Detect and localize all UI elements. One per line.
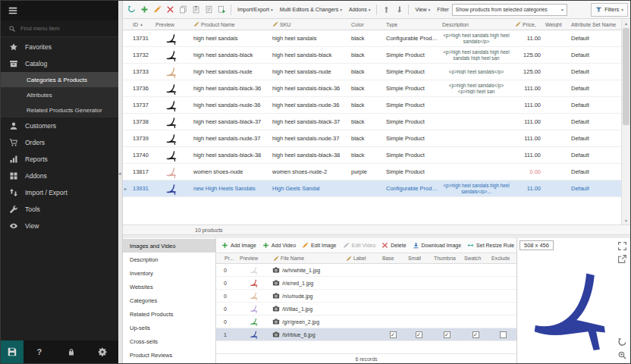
tab-up-sells[interactable]: Up-sells (123, 321, 215, 334)
addons-menu[interactable]: Addons▾ (346, 3, 374, 17)
tab-inventory[interactable]: Inventory (123, 266, 215, 280)
sheet-button[interactable] (202, 3, 215, 17)
lock-button[interactable] (55, 347, 87, 356)
col-thumbnail[interactable]: Thumbna (432, 256, 462, 261)
tab-websites[interactable]: Websites (123, 280, 215, 293)
checkbox-base[interactable] (390, 331, 397, 338)
scroll-down-icon[interactable]: ▼ (622, 216, 630, 224)
image-row[interactable]: 1 /b/l/blue_6.jpg (216, 328, 516, 341)
col-label[interactable]: Label (344, 256, 380, 262)
add-image-button[interactable]: Add Image (219, 242, 259, 249)
product-row[interactable]: 13731 high heel sandals high heel sandal… (123, 30, 630, 47)
sidebar-item-categories-products[interactable]: Categories & Products (1, 72, 118, 87)
product-row[interactable]: ▸ 13931 new High Heels Sandals High Geel… (123, 180, 630, 197)
product-row[interactable]: 13737 high heel sandals-nude-36 high hee… (123, 97, 630, 114)
multi-editors-menu[interactable]: Multi Editors & Changers▾ (277, 3, 345, 17)
sort-descending-button[interactable] (393, 3, 405, 17)
col-base[interactable]: Base (380, 256, 406, 261)
checkbox-thumb[interactable] (444, 331, 450, 338)
image-row[interactable]: 0 /w/h/white_1.jpg (216, 264, 516, 277)
checkbox-small[interactable] (416, 331, 422, 338)
col-swatch[interactable]: Swatch (462, 256, 489, 261)
sidebar-item-related-products-generator[interactable]: Related Products Generator (1, 102, 118, 118)
refresh-button[interactable] (125, 3, 137, 17)
col-product-name[interactable]: Product Name (191, 21, 270, 27)
col-sku[interactable]: SKU (270, 21, 349, 27)
col-position[interactable]: Pr... (222, 256, 237, 261)
col-small[interactable]: Small (406, 256, 432, 261)
image-row[interactable]: 0 /r/e/red_1.jpg (216, 277, 516, 290)
tab-images-and-video[interactable]: Images and Video (123, 239, 215, 253)
checkbox-exclude[interactable] (500, 331, 507, 338)
col-color[interactable]: Color (349, 22, 384, 27)
sidebar-item-favorites[interactable]: Favorites (1, 39, 118, 55)
col-weight[interactable]: Weight (543, 22, 569, 27)
tab-product-reviews[interactable]: Product Reviews (123, 348, 215, 362)
sidebar-item-customers[interactable]: Customers (1, 118, 118, 134)
tab-description[interactable]: Description (123, 253, 215, 266)
col-exclude[interactable]: Exclude (489, 256, 516, 261)
sidebar-item-view[interactable]: View (1, 218, 118, 234)
delete-button[interactable]: Delete (379, 242, 408, 249)
product-row[interactable]: 13739 high heel sandals-nude-37 high hee… (123, 130, 630, 147)
tab-cross-sells[interactable]: Cross-sells (123, 334, 215, 348)
scrollbar-thumb[interactable] (623, 28, 629, 125)
shoe-image (164, 49, 181, 61)
col-preview[interactable]: Preview (237, 256, 271, 261)
sidebar-item-addons[interactable]: Addons (1, 168, 118, 184)
sidebar-item-tools[interactable]: Tools (1, 201, 118, 218)
view-menu[interactable]: View▾ (412, 3, 433, 17)
product-row[interactable]: 13740 high heel sandals-black-38 high he… (123, 147, 630, 164)
product-row[interactable]: 13736 high heel sandals-black-36 high he… (123, 80, 630, 97)
rotate-icon[interactable] (617, 337, 627, 347)
zoom-icon[interactable] (617, 350, 627, 360)
menu-icon[interactable] (8, 5, 18, 16)
row-expander[interactable]: ▸ (123, 186, 130, 191)
add-video-button[interactable]: Add Video (260, 242, 298, 249)
save-button[interactable] (1, 340, 24, 363)
paste-button[interactable] (190, 3, 202, 17)
help-button[interactable]: ? (24, 347, 55, 356)
vertical-scrollbar[interactable]: ▲ ▼ (621, 19, 630, 224)
tab-categories[interactable]: Categories (123, 293, 215, 307)
sidebar-item-import-export[interactable]: Import / Export (1, 184, 118, 201)
copy-button[interactable] (177, 3, 189, 17)
open-external-icon[interactable] (617, 254, 627, 264)
sidebar-item-orders[interactable]: Orders (1, 134, 118, 151)
import-export-menu[interactable]: Import/Export▾ (234, 3, 276, 17)
col-preview[interactable]: Preview (153, 22, 191, 27)
edit-image-button[interactable]: Edit Image (300, 242, 338, 249)
set-resize-rule-button[interactable]: Set Resize Rule ▾ (465, 242, 521, 249)
filters-button[interactable]: Filters ▾ (591, 3, 628, 17)
sidebar-item-attributes[interactable]: Attributes (1, 87, 118, 102)
image-row[interactable]: 0 /l/i/lilac_1.jpg (216, 303, 516, 315)
sidebar-item-reports[interactable]: Reports (1, 151, 118, 168)
sidebar-search[interactable]: Find menu item (1, 20, 118, 37)
col-id[interactable]: ID▲ (130, 22, 153, 27)
col-attribute-set[interactable]: Attribute Set Name (569, 22, 621, 27)
settings-button[interactable] (86, 347, 118, 356)
checkbox-swatch[interactable] (472, 331, 479, 338)
sort-ascending-button[interactable] (380, 3, 392, 17)
download-image-button[interactable]: Download Image (410, 242, 464, 249)
product-row[interactable]: 13733 high heel sandals-nude high heel s… (123, 64, 630, 80)
edit-video-button[interactable]: Edit Video (341, 242, 378, 249)
delete-button[interactable] (164, 3, 176, 17)
image-row[interactable]: 0 /g/r/green_2.jpg (216, 315, 516, 328)
fullscreen-icon[interactable] (617, 241, 627, 251)
category-filter-select[interactable]: Show products from selected categories ▾ (452, 4, 567, 16)
product-row[interactable]: 13738 high heel sandals-black-37 high he… (123, 114, 630, 130)
image-row[interactable]: 0 /n/u/nude.jpg (216, 290, 516, 303)
col-type[interactable]: Type (384, 22, 440, 27)
product-row[interactable]: 13817 women shoes-nude women shoes-nude-… (123, 164, 630, 180)
product-row[interactable]: 13732 high heel sandals-black high heel … (123, 47, 630, 64)
tab-related-products[interactable]: Related Products (123, 307, 215, 321)
export-button[interactable] (215, 3, 228, 17)
col-description[interactable]: Description (440, 22, 513, 27)
sidebar-item-catalog[interactable]: Catalog (1, 55, 118, 72)
col-price[interactable]: Price, (513, 21, 543, 27)
col-file-name[interactable]: File Name (271, 256, 344, 262)
scroll-up-icon[interactable]: ▲ (622, 19, 630, 27)
add-button[interactable] (138, 3, 150, 17)
edit-button[interactable] (151, 3, 163, 17)
